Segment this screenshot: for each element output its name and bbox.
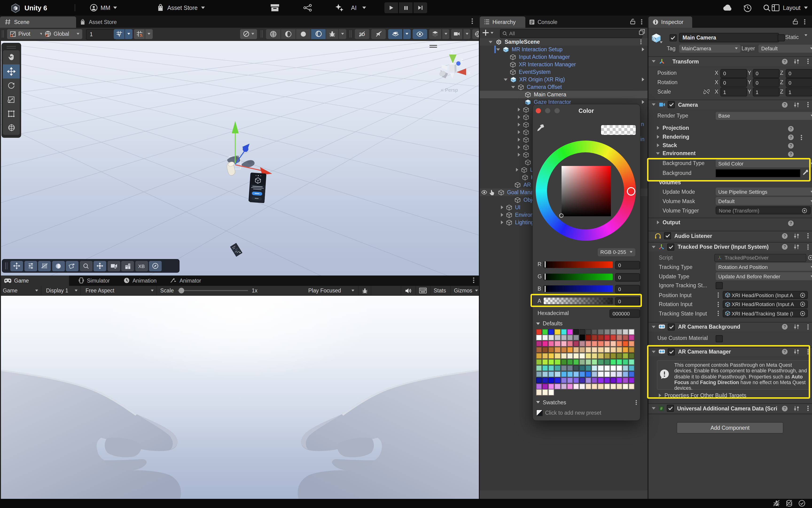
svg-text:?: ? (783, 234, 786, 238)
svg-text:?: ? (790, 152, 792, 156)
svg-text:?: ? (783, 406, 786, 411)
svg-text:?: ? (790, 221, 792, 225)
svg-text:?: ? (783, 102, 786, 107)
svg-text:{}: {} (726, 304, 729, 306)
svg-text:Y: Y (118, 34, 120, 37)
svg-text:?: ? (783, 59, 786, 64)
svg-text:?: ? (783, 245, 786, 249)
svg-text:#: # (660, 406, 663, 411)
svg-text:?: ? (783, 325, 786, 329)
svg-text:?: ? (790, 126, 792, 131)
svg-text:?: ? (790, 135, 792, 140)
svg-text:{}: {} (726, 313, 729, 315)
svg-text:< Persp: < Persp (441, 87, 458, 92)
svg-text:y: y (451, 48, 453, 54)
svg-text:?: ? (790, 143, 792, 148)
svg-text:{}: {} (726, 295, 729, 297)
svg-text:x: x (468, 69, 470, 75)
svg-text:z: z (460, 57, 463, 62)
